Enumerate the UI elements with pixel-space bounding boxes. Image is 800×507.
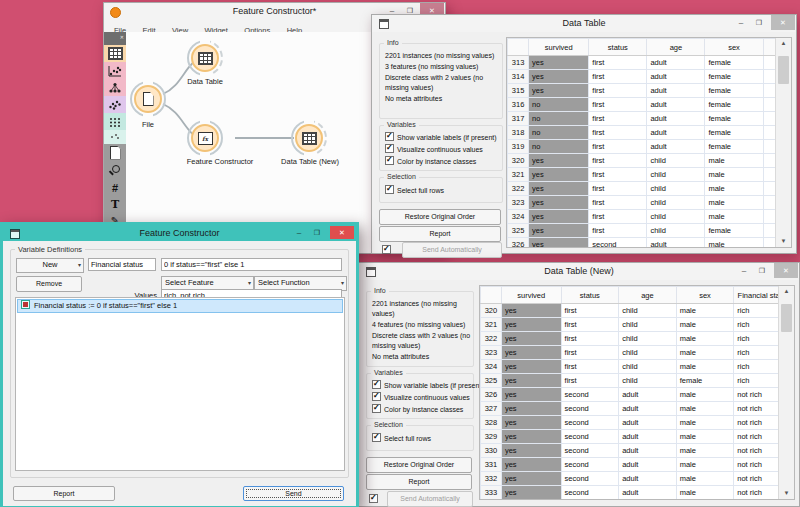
- column-header[interactable]: age: [619, 287, 677, 304]
- table-cell: male: [676, 360, 734, 374]
- variable-list[interactable]: Financial status := 0 if status=="first"…: [15, 297, 345, 471]
- checkbox-select-full-rows[interactable]: Select full rows: [385, 185, 444, 196]
- checkbox-select-full-rows[interactable]: Select full rows: [372, 433, 431, 444]
- table-row[interactable]: 332yessecondadultmalenot rich: [481, 472, 794, 486]
- report-button[interactable]: Report: [379, 226, 501, 242]
- variables-group: Variables Show variable labels (if prese…: [366, 373, 474, 419]
- maximize-button[interactable]: [753, 263, 771, 278]
- send-automatically-checkbox[interactable]: [369, 494, 378, 503]
- data-table-view[interactable]: survivedstatusagesexFinancial status320y…: [479, 285, 795, 500]
- close-button[interactable]: [774, 263, 798, 278]
- rank-widget-icon[interactable]: [104, 178, 126, 195]
- data-table-view[interactable]: survivedstatusagesex313yesfirstadultfema…: [506, 37, 792, 248]
- column-header[interactable]: sex: [705, 39, 763, 56]
- tree-widget-icon[interactable]: [104, 79, 126, 96]
- checkbox-visualize-continuous[interactable]: Visualize continuous values: [385, 144, 483, 155]
- scroll-down-arrow[interactable]: ▼: [776, 236, 791, 247]
- scrollbar-thumb[interactable]: [778, 56, 789, 84]
- table-row[interactable]: 323yesfirstchildmale: [508, 196, 791, 210]
- scroll-down-arrow[interactable]: ▼: [779, 488, 794, 499]
- variable-name-input[interactable]: [88, 258, 156, 271]
- maximize-button[interactable]: [750, 15, 768, 30]
- toolbox-header[interactable]: [104, 32, 126, 45]
- send-button[interactable]: Send: [243, 486, 344, 501]
- table-row[interactable]: 328yessecondadultmalenot rich: [481, 416, 794, 430]
- fc-titlebar[interactable]: Feature Constructor: [3, 225, 356, 241]
- maximize-button[interactable]: [308, 225, 326, 240]
- table-row[interactable]: 319nofirstadultfemale: [508, 140, 791, 154]
- table-row[interactable]: 313yesfirstadultfemale: [508, 56, 791, 70]
- close-button[interactable]: [771, 15, 795, 30]
- column-header[interactable]: age: [647, 39, 705, 56]
- search-widget-icon[interactable]: [104, 161, 126, 178]
- table-row[interactable]: 325yesfirstchildfemalerich: [481, 374, 794, 388]
- new-variable-dropdown[interactable]: New: [16, 258, 84, 273]
- restore-original-order-button[interactable]: Restore Original Order: [379, 209, 501, 225]
- column-header[interactable]: survived: [501, 287, 561, 304]
- scrollbar-thumb[interactable]: [781, 304, 792, 332]
- table-row[interactable]: 324yesfirstchildmalerich: [481, 360, 794, 374]
- file-node[interactable]: [134, 85, 162, 113]
- data-table-node[interactable]: [191, 44, 219, 72]
- text-widget-icon[interactable]: [104, 195, 126, 210]
- minimize-button[interactable]: [732, 15, 750, 30]
- table-row[interactable]: 320yesfirstchildmale: [508, 154, 791, 168]
- remove-button[interactable]: Remove: [16, 276, 82, 292]
- table-row[interactable]: 327yessecondadultmalenot rich: [481, 402, 794, 416]
- scatter-plot-widget-icon[interactable]: [104, 62, 126, 79]
- table-row[interactable]: 321yesfirstchildmalerich: [481, 318, 794, 332]
- report-button[interactable]: Report: [366, 474, 472, 490]
- table-row[interactable]: 314yesfirstadultfemale: [508, 70, 791, 84]
- close-button[interactable]: [330, 226, 354, 239]
- expression-input[interactable]: [161, 258, 342, 271]
- table-row[interactable]: 317nofirstadultfemale: [508, 112, 791, 126]
- data-table-new-node[interactable]: [295, 124, 323, 152]
- table-row[interactable]: 321yesfirstchildmale: [508, 168, 791, 182]
- table-row[interactable]: 318nofirstadultfemale: [508, 126, 791, 140]
- dtn-titlebar[interactable]: Data Table (New): [359, 263, 799, 280]
- table-cell: male: [676, 458, 734, 472]
- scroll-up-arrow[interactable]: ▲: [776, 38, 791, 49]
- mosaic-widget-icon[interactable]: [104, 130, 126, 144]
- table-row[interactable]: 316nofirstadultfemale: [508, 98, 791, 112]
- table-row[interactable]: 323yesfirstchildmalerich: [481, 346, 794, 360]
- table-row[interactable]: 315yesfirstadultfemale: [508, 84, 791, 98]
- checkbox-visualize-continuous[interactable]: Visualize continuous values: [372, 392, 470, 403]
- variable-list-item[interactable]: Financial status := 0 if status=="first"…: [17, 299, 343, 313]
- data-table-widget-icon[interactable]: [104, 45, 126, 62]
- vertical-scrollbar[interactable]: ▲ ▼: [778, 286, 794, 499]
- table-row[interactable]: 326yessecondadultmale: [508, 238, 791, 249]
- checkbox-show-variable-labels[interactable]: Show variable labels (if present): [385, 132, 497, 143]
- column-header[interactable]: sex: [676, 287, 734, 304]
- scroll-up-arrow[interactable]: ▲: [779, 286, 794, 297]
- table-row[interactable]: 325yesfirstchildfemale: [508, 224, 791, 238]
- column-header[interactable]: status: [589, 39, 647, 56]
- table-row[interactable]: 331yessecondadultmalenot rich: [481, 458, 794, 472]
- table-row[interactable]: 326yessecondadultmalenot rich: [481, 388, 794, 402]
- feature-constructor-node[interactable]: [191, 124, 219, 152]
- dt-titlebar[interactable]: Data Table: [372, 15, 796, 32]
- table-cell: yes: [501, 416, 561, 430]
- report-button[interactable]: Report: [13, 486, 115, 501]
- file-widget-icon[interactable]: [104, 144, 126, 161]
- table-row[interactable]: 320yesfirstchildmalerich: [481, 304, 794, 318]
- checkbox-color-by-class[interactable]: Color by instance classes: [372, 404, 463, 415]
- column-header[interactable]: survived: [529, 39, 589, 56]
- vertical-scrollbar[interactable]: ▲ ▼: [775, 38, 791, 247]
- table-row[interactable]: 333yessecondadultmalenot rich: [481, 486, 794, 500]
- minimize-button[interactable]: [290, 225, 308, 240]
- send-automatically-checkbox[interactable]: [382, 245, 391, 254]
- checkbox-color-by-class[interactable]: Color by instance classes: [385, 156, 476, 167]
- table-row[interactable]: 322yesfirstchildmale: [508, 182, 791, 196]
- table-cell: yes: [529, 70, 589, 84]
- distributions-widget-icon[interactable]: [104, 96, 126, 113]
- restore-original-order-button[interactable]: Restore Original Order: [366, 457, 472, 473]
- table-row[interactable]: 329yessecondadultmalenot rich: [481, 430, 794, 444]
- checkbox-show-variable-labels[interactable]: Show variable labels (if present): [372, 380, 484, 391]
- table-row[interactable]: 324yesfirstchildmale: [508, 210, 791, 224]
- table-cell: yes: [529, 84, 589, 98]
- table-row[interactable]: 330yessecondadultmalenot rich: [481, 444, 794, 458]
- minimize-button[interactable]: [735, 263, 753, 278]
- column-header[interactable]: status: [561, 287, 619, 304]
- table-row[interactable]: 322yesfirstchildmalerich: [481, 332, 794, 346]
